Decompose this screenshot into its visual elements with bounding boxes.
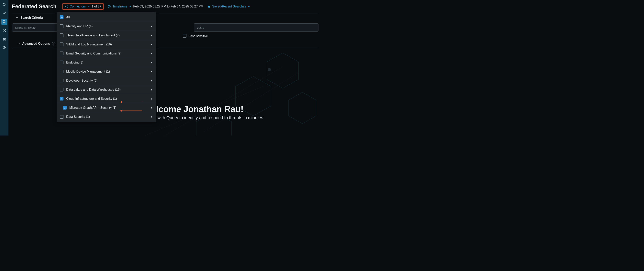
clock-icon xyxy=(108,5,111,8)
graph-icon xyxy=(2,29,6,33)
dropdown-item-label: Mobile Device Management (1) xyxy=(66,70,110,73)
chevron-down-icon xyxy=(248,5,250,8)
sidebar-logo[interactable] xyxy=(2,2,7,8)
case-sensitive-checkbox[interactable] xyxy=(183,34,186,38)
checkbox[interactable] xyxy=(60,97,64,101)
sidebar-graph[interactable] xyxy=(2,28,7,34)
dropdown-item-label: Data Security (1) xyxy=(66,115,90,119)
case-sensitive-row[interactable]: Case-sensitive xyxy=(183,34,318,38)
dropdown-row[interactable]: Endpoint (3)▼ xyxy=(56,58,156,67)
criteria-label: Search Criteria xyxy=(20,16,43,20)
checkbox[interactable] xyxy=(60,61,64,64)
entity-placeholder: Select an Entity xyxy=(15,26,35,29)
sidebar-settings[interactable] xyxy=(2,45,7,51)
svg-line-19 xyxy=(3,31,4,32)
chevron-down-icon xyxy=(16,16,18,19)
dropdown-item-label: Cloud Infrastructure and Security (1) xyxy=(66,97,117,101)
svg-point-23 xyxy=(67,5,68,6)
caret-down-icon: ▼ xyxy=(150,116,153,118)
connectors-dropdown: All Identity and HR (4)▼Threat Intellige… xyxy=(56,12,156,122)
puzzle-icon xyxy=(2,37,6,41)
dropdown-item-label: Threat Intelligence and Enrichment (7) xyxy=(66,34,120,37)
caret-down-icon: ▼ xyxy=(150,25,153,28)
dropdown-row[interactable]: SIEM and Log Management (16)▼ xyxy=(56,40,156,49)
timeframe-control[interactable]: Timeframe Feb 03, 2025 05:27 PM to Feb 0… xyxy=(108,5,203,8)
main-content: Federated Search Connectors 1 of 57 Time… xyxy=(8,0,322,136)
caret-right-icon xyxy=(18,43,20,45)
caret-down-icon: ▼ xyxy=(150,89,153,91)
dropdown-item-label: SIEM and Log Management (16) xyxy=(66,43,112,46)
dropdown-item-label: Email Security and Communications (2) xyxy=(66,52,122,55)
dropdown-all-row[interactable]: All xyxy=(56,13,156,22)
gear-icon xyxy=(2,46,6,50)
sidebar-search[interactable] xyxy=(2,19,7,25)
checkbox[interactable] xyxy=(60,88,64,91)
dropdown-item-label: Data Lakes and Data Warehouses (16) xyxy=(66,88,121,91)
info-icon: i xyxy=(52,42,56,46)
dropdown-row[interactable]: Data Lakes and Data Warehouses (16)▼ xyxy=(56,85,156,94)
svg-point-21 xyxy=(4,47,5,48)
svg-line-11 xyxy=(5,23,6,23)
connectors-count: 1 of 57 xyxy=(92,5,101,8)
svg-point-22 xyxy=(65,6,66,7)
case-label: Case-sensitive xyxy=(188,34,208,38)
connectors-label: Connectors xyxy=(70,5,86,8)
checkbox[interactable] xyxy=(60,79,64,82)
checkbox[interactable] xyxy=(60,34,64,37)
checkbox-indeterminate[interactable] xyxy=(60,15,64,19)
caret-up-icon: ▲ xyxy=(150,98,153,100)
left-sidebar xyxy=(0,0,8,136)
svg-point-10 xyxy=(3,21,5,23)
caret-down-icon: ▼ xyxy=(150,34,153,37)
timeframe-value: Feb 03, 2025 05:27 PM to Feb 04, 2025 05… xyxy=(133,5,203,8)
dropdown-row[interactable]: Identity and HR (4)▼ xyxy=(56,22,156,31)
checkbox[interactable] xyxy=(63,106,66,110)
value-input[interactable]: Value xyxy=(194,24,318,32)
svg-point-24 xyxy=(67,7,68,8)
dropdown-item-label: Developer Security (6) xyxy=(66,79,98,82)
dropdown-row[interactable]: Threat Intelligence and Enrichment (7)▼ xyxy=(56,31,156,40)
search-icon xyxy=(2,20,6,24)
annotation-arrow-2 xyxy=(121,111,142,111)
header-row: Federated Search Connectors 1 of 57 Time… xyxy=(12,0,318,13)
svg-line-17 xyxy=(3,30,4,31)
dropdown-row[interactable]: Data Security (1)▼ xyxy=(56,112,156,121)
checkbox[interactable] xyxy=(60,24,64,28)
svg-line-26 xyxy=(66,7,67,7)
logo-icon xyxy=(2,3,6,7)
checkbox[interactable] xyxy=(60,52,64,55)
connectors-dropdown-trigger[interactable]: Connectors 1 of 57 xyxy=(62,3,104,10)
dropdown-row[interactable]: Developer Security (6)▼ xyxy=(56,76,156,85)
checkbox[interactable] xyxy=(60,70,64,73)
dropdown-row[interactable]: Microsoft Graph API - Security (1)▼ xyxy=(56,103,156,112)
caret-down-icon: ▼ xyxy=(150,61,153,64)
page-title: Federated Search xyxy=(12,4,56,10)
svg-line-18 xyxy=(4,30,6,31)
advanced-label: Advanced Options xyxy=(22,42,50,46)
timeframe-label: Timeframe xyxy=(112,5,127,8)
caret-down-icon: ▼ xyxy=(150,107,153,109)
value-placeholder: Value xyxy=(197,26,204,29)
star-icon xyxy=(207,5,210,8)
analytics-icon xyxy=(2,11,6,15)
dropdown-item-label: Identity and HR (4) xyxy=(66,25,92,28)
caret-down-icon: ▼ xyxy=(150,80,153,82)
dropdown-item-label: Endpoint (3) xyxy=(66,61,83,64)
sidebar-integrations[interactable] xyxy=(2,36,7,42)
chevron-down-icon xyxy=(87,5,90,8)
caret-down-icon: ▼ xyxy=(150,52,153,55)
all-label: All xyxy=(66,16,70,19)
caret-down-icon: ▼ xyxy=(150,70,153,73)
saved-label: Saved/Recent Searches xyxy=(212,5,246,8)
checkbox[interactable] xyxy=(60,115,64,119)
dropdown-item-label: Microsoft Graph API - Security (1) xyxy=(69,106,116,110)
sidebar-analytics[interactable] xyxy=(2,10,7,16)
annotation-arrow-1 xyxy=(121,102,142,102)
share-icon xyxy=(65,5,68,8)
saved-searches-control[interactable]: Saved/Recent Searches xyxy=(207,5,250,8)
dropdown-row[interactable]: Email Security and Communications (2)▼ xyxy=(56,49,156,58)
svg-line-20 xyxy=(4,31,6,32)
checkbox[interactable] xyxy=(60,43,64,46)
dropdown-row[interactable]: Mobile Device Management (1)▼ xyxy=(56,67,156,76)
chevron-down-icon xyxy=(129,5,132,8)
